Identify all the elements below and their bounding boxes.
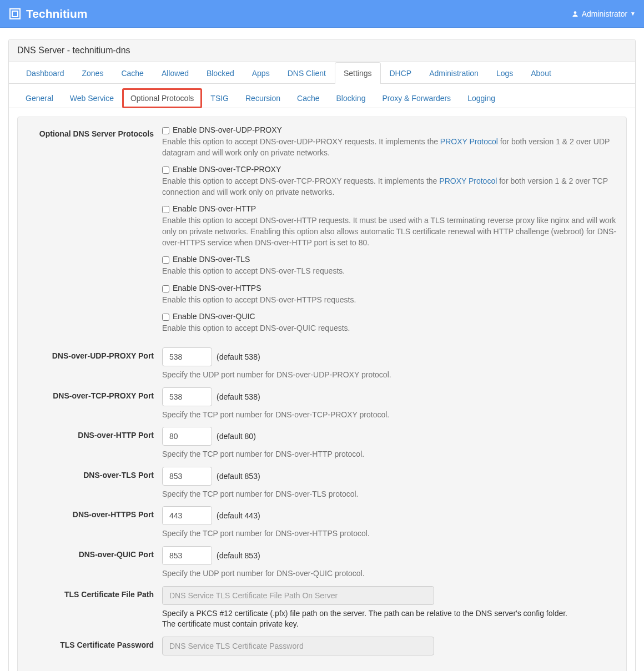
page-title: DNS Server - technitium-dns: [9, 39, 635, 62]
checkbox-row-2: Enable DNS-over-HTTP: [162, 204, 618, 213]
port-help: Specify the TCP port number for DNS-over…: [162, 410, 618, 421]
checkbox-list: Enable DNS-over-UDP-PROXYEnable this opt…: [162, 125, 618, 341]
checkbox-label: Enable DNS-over-UDP-PROXY: [173, 125, 282, 134]
port-help: Specify the TCP port number for DNS-over…: [162, 528, 618, 539]
cert-path-label: TLS Certificate File Path: [26, 586, 162, 630]
port-row-4: DNS-over-HTTPS Port(default 443)Specify …: [26, 506, 618, 539]
caret-down-icon: ▼: [630, 11, 636, 17]
cert-path-input[interactable]: [162, 586, 434, 605]
checkbox-enable-dns-over-tls[interactable]: [162, 256, 169, 264]
port-label: DNS-over-UDP-PROXY Port: [26, 347, 162, 381]
port-label: DNS-over-HTTPS Port: [26, 506, 162, 539]
port-help: Specify the UDP port number for DNS-over…: [162, 568, 618, 579]
checkbox-label: Enable DNS-over-TCP-PROXY: [173, 165, 281, 174]
checkbox-enable-dns-over-quic[interactable]: [162, 314, 169, 321]
tab-about[interactable]: About: [522, 62, 560, 84]
port-help: Specify the UDP port number for DNS-over…: [162, 370, 618, 381]
checkbox-help: Enable this option to accept DNS-over-HT…: [162, 295, 618, 306]
main-container: DNS Server - technitium-dns DashboardZon…: [8, 39, 636, 671]
subtab-recursion[interactable]: Recursion: [237, 88, 289, 108]
subtab-logging[interactable]: Logging: [459, 88, 504, 108]
checkbox-enable-dns-over-https[interactable]: [162, 285, 169, 292]
port-label: DNS-over-QUIC Port: [26, 546, 162, 579]
checkbox-help: Enable this option to accept DNS-over-HT…: [162, 215, 618, 248]
user-menu[interactable]: Administrator ▼: [571, 9, 636, 18]
subtab-proxy-forwarders[interactable]: Proxy & Forwarders: [374, 88, 459, 108]
tab-dashboard[interactable]: Dashboard: [17, 62, 73, 84]
port-default: (default 853): [217, 472, 260, 481]
brand-text: Technitium: [26, 7, 87, 21]
sub-tabs: GeneralWeb ServiceOptional ProtocolsTSIG…: [9, 84, 635, 108]
user-icon: [571, 10, 579, 18]
checkbox-enable-dns-over-udp-proxy[interactable]: [162, 127, 169, 134]
cert-pass-row: TLS Certificate Password: [26, 637, 618, 659]
cert-pass-input[interactable]: [162, 637, 434, 655]
port-default: (default 443): [217, 511, 260, 520]
checkbox-row-0: Enable DNS-over-UDP-PROXY: [162, 125, 618, 134]
tab-blocked[interactable]: Blocked: [198, 62, 243, 84]
cert-pass-label: TLS Certificate Password: [26, 637, 162, 659]
port-input-dns-over-udp-proxy-port[interactable]: [162, 347, 212, 366]
cert-path-row: TLS Certificate File Path Specify a PKCS…: [26, 586, 618, 630]
checkbox-help: Enable this option to accept DNS-over-UD…: [162, 137, 618, 158]
port-row-0: DNS-over-UDP-PROXY Port(default 538)Spec…: [26, 347, 618, 381]
port-help: Specify the TCP port number for DNS-over…: [162, 489, 618, 500]
proxy-protocol-link[interactable]: PROXY Protocol: [439, 176, 497, 185]
subtab-general[interactable]: General: [17, 88, 62, 108]
brand[interactable]: Technitium: [8, 7, 87, 21]
port-label: DNS-over-TLS Port: [26, 467, 162, 500]
tab-allowed[interactable]: Allowed: [153, 62, 198, 84]
port-input-dns-over-tcp-proxy-port[interactable]: [162, 387, 212, 406]
tab-logs[interactable]: Logs: [487, 62, 522, 84]
subtab-blocking[interactable]: Blocking: [328, 88, 374, 108]
tab-administration[interactable]: Administration: [420, 62, 487, 84]
port-default: (default 538): [217, 392, 260, 401]
port-row-2: DNS-over-HTTP Port(default 80)Specify th…: [26, 427, 618, 460]
user-label: Administrator: [582, 9, 627, 18]
form-area: Optional DNS Server Protocols Enable DNS…: [17, 117, 627, 671]
subtab-optional-protocols[interactable]: Optional Protocols: [122, 88, 202, 108]
checkbox-help: Enable this option to accept DNS-over-QU…: [162, 323, 618, 334]
tab-settings[interactable]: Settings: [335, 62, 381, 84]
port-label: DNS-over-HTTP Port: [26, 427, 162, 460]
checkbox-enable-dns-over-tcp-proxy[interactable]: [162, 167, 169, 174]
checkbox-help: Enable this option to accept DNS-over-TC…: [162, 176, 618, 198]
main-tabs: DashboardZonesCacheAllowedBlockedAppsDNS…: [9, 62, 635, 84]
protocols-section: Optional DNS Server Protocols Enable DNS…: [26, 125, 618, 341]
port-label: DNS-over-TCP-PROXY Port: [26, 387, 162, 421]
checkbox-label: Enable DNS-over-TLS: [173, 255, 250, 264]
tab-dhcp[interactable]: DHCP: [381, 62, 421, 84]
svg-rect-0: [10, 9, 20, 19]
port-input-dns-over-tls-port[interactable]: [162, 467, 212, 486]
tab-cache[interactable]: Cache: [112, 62, 152, 84]
cert-path-help: Specify a PKCS #12 certificate (.pfx) fi…: [162, 608, 567, 630]
tab-dns-client[interactable]: DNS Client: [279, 62, 335, 84]
port-default: (default 538): [217, 352, 260, 361]
checkbox-row-1: Enable DNS-over-TCP-PROXY: [162, 165, 618, 174]
port-help: Specify the TCP port number for DNS-over…: [162, 449, 618, 460]
checkbox-label: Enable DNS-over-HTTP: [173, 204, 256, 213]
subtab-cache[interactable]: Cache: [289, 88, 328, 108]
checkbox-label: Enable DNS-over-HTTPS: [173, 284, 261, 292]
checkbox-row-4: Enable DNS-over-HTTPS: [162, 284, 618, 292]
tab-zones[interactable]: Zones: [73, 62, 113, 84]
proxy-protocol-link[interactable]: PROXY Protocol: [440, 137, 498, 146]
section-label: Optional DNS Server Protocols: [26, 125, 162, 341]
port-row-5: DNS-over-QUIC Port(default 853)Specify t…: [26, 546, 618, 579]
checkbox-help: Enable this option to accept DNS-over-TL…: [162, 266, 618, 277]
subtab-web-service[interactable]: Web Service: [62, 88, 122, 108]
port-input-dns-over-https-port[interactable]: [162, 506, 212, 525]
port-input-dns-over-http-port[interactable]: [162, 427, 212, 446]
svg-point-2: [573, 11, 576, 14]
checkbox-enable-dns-over-http[interactable]: [162, 206, 169, 213]
checkbox-row-3: Enable DNS-over-TLS: [162, 255, 618, 264]
port-default: (default 80): [217, 432, 256, 441]
port-default: (default 853): [217, 551, 260, 560]
navbar: Technitium Administrator ▼: [0, 0, 644, 28]
port-input-dns-over-quic-port[interactable]: [162, 546, 212, 565]
tab-apps[interactable]: Apps: [243, 62, 279, 84]
port-row-1: DNS-over-TCP-PROXY Port(default 538)Spec…: [26, 387, 618, 421]
checkbox-label: Enable DNS-over-QUIC: [173, 312, 255, 321]
subtab-tsig[interactable]: TSIG: [202, 88, 237, 108]
logo-icon: [8, 7, 22, 21]
